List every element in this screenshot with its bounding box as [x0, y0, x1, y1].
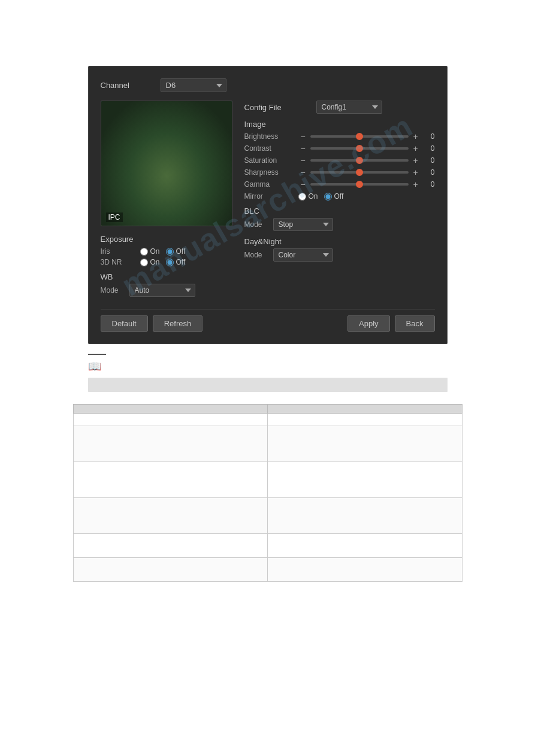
- content-area: IPC Exposure Iris On Off: [101, 101, 435, 297]
- mirror-row: Mirror On Off: [244, 192, 435, 201]
- 3dnr-label: 3D NR: [101, 258, 137, 266]
- table-cell: [268, 498, 463, 534]
- 3dnr-on-text: On: [150, 258, 160, 266]
- saturation-minus[interactable]: −: [298, 156, 308, 165]
- default-button[interactable]: Default: [101, 315, 148, 332]
- wb-select-row: Mode Auto Manual Indoor Outdoor: [101, 284, 232, 297]
- image-section-title: Image: [244, 120, 435, 129]
- note-divider: [88, 354, 106, 355]
- iris-on-text: On: [150, 247, 160, 256]
- mirror-off-label[interactable]: Off: [324, 192, 344, 201]
- blc-mode-select[interactable]: Stop BLC WDR HLC: [273, 218, 333, 231]
- mirror-on-text: On: [309, 192, 318, 201]
- video-label: IPC: [106, 212, 123, 222]
- table-cell: [268, 558, 463, 582]
- saturation-label: Saturation: [244, 156, 298, 165]
- iris-on-label[interactable]: On: [140, 247, 160, 256]
- gamma-row: Gamma − + 0: [244, 180, 435, 189]
- table-cell: [268, 534, 463, 558]
- 3dnr-on-label[interactable]: On: [140, 258, 160, 266]
- saturation-controls: − + 0: [298, 156, 435, 165]
- brightness-track[interactable]: [310, 135, 409, 138]
- contrast-controls: − + 0: [298, 144, 435, 153]
- gamma-value: 0: [423, 180, 435, 189]
- refresh-button[interactable]: Refresh: [153, 315, 203, 332]
- saturation-thumb: [356, 157, 363, 164]
- contrast-minus[interactable]: −: [298, 144, 308, 153]
- table-row: [73, 534, 462, 558]
- right-side: Config File Config1 Config2 Config3 Conf…: [244, 101, 435, 297]
- channel-label: Channel: [101, 81, 161, 90]
- channel-select[interactable]: D6 D1 D2 D3: [161, 78, 226, 92]
- gamma-track[interactable]: [310, 183, 409, 186]
- back-button[interactable]: Back: [395, 315, 435, 332]
- brightness-minus[interactable]: −: [298, 132, 308, 141]
- sharpness-minus[interactable]: −: [298, 168, 308, 177]
- left-side: IPC Exposure Iris On Off: [101, 101, 232, 297]
- daynight-label: Day&Night: [244, 237, 435, 246]
- wb-label: WB: [101, 272, 232, 281]
- saturation-value: 0: [423, 156, 435, 165]
- mirror-on-label[interactable]: On: [298, 192, 318, 201]
- exposure-title: Exposure: [101, 235, 232, 244]
- sharpness-thumb: [356, 169, 363, 176]
- gamma-minus[interactable]: −: [298, 180, 308, 189]
- daynight-mode-select[interactable]: Color B/W Auto: [273, 248, 333, 262]
- bottom-buttons: Default Refresh Apply Back: [101, 309, 435, 332]
- iris-off-label[interactable]: Off: [166, 247, 186, 256]
- table-cell: [73, 462, 268, 498]
- 3dnr-off-radio[interactable]: [166, 259, 174, 266]
- 3dnr-row: 3D NR On Off: [101, 258, 232, 266]
- gamma-label: Gamma: [244, 180, 298, 189]
- wb-mode-select[interactable]: Auto Manual Indoor Outdoor: [129, 284, 195, 297]
- blc-row: Mode Stop BLC WDR HLC: [244, 218, 435, 231]
- iris-row: Iris On Off: [101, 247, 232, 256]
- table-row: [73, 462, 462, 498]
- brightness-label: Brightness: [244, 132, 298, 141]
- table-cell: [73, 534, 268, 558]
- mirror-radio-group: On Off: [298, 192, 344, 201]
- sharpness-value: 0: [423, 168, 435, 177]
- channel-row: Channel D6 D1 D2 D3: [101, 78, 435, 92]
- wb-section: WB Mode Auto Manual Indoor Outdoor: [101, 272, 232, 297]
- iris-on-radio[interactable]: [140, 248, 148, 256]
- iris-off-radio[interactable]: [166, 248, 174, 256]
- table-cell: [73, 558, 268, 582]
- table-cell: [73, 498, 268, 534]
- daynight-section: Day&Night Mode Color B/W Auto: [244, 237, 435, 262]
- contrast-track[interactable]: [310, 147, 409, 150]
- camera-settings-panel: manualsarchive.com Channel D6 D1 D2 D3 I…: [88, 66, 448, 344]
- daynight-mode-label: Mode: [244, 251, 268, 259]
- apply-button[interactable]: Apply: [347, 315, 390, 332]
- saturation-row: Saturation − + 0: [244, 156, 435, 165]
- book-icon: 📖: [88, 360, 448, 373]
- sharpness-track[interactable]: [310, 171, 409, 174]
- mirror-off-radio[interactable]: [324, 193, 332, 201]
- sharpness-plus[interactable]: +: [411, 168, 421, 177]
- col1-header: [73, 405, 268, 414]
- table-cell: [268, 426, 463, 462]
- brightness-plus[interactable]: +: [411, 132, 421, 141]
- brightness-thumb: [356, 133, 363, 140]
- brightness-row: Brightness − + 0: [244, 132, 435, 141]
- 3dnr-off-label[interactable]: Off: [166, 258, 186, 266]
- config-file-select[interactable]: Config1 Config2 Config3 Config4: [316, 101, 382, 114]
- mirror-label: Mirror: [244, 192, 298, 201]
- contrast-plus[interactable]: +: [411, 144, 421, 153]
- col2-header: [268, 405, 463, 414]
- contrast-value: 0: [423, 144, 435, 153]
- 3dnr-on-radio[interactable]: [140, 259, 148, 266]
- table-row: [73, 426, 462, 462]
- brightness-value: 0: [423, 132, 435, 141]
- brightness-controls: − + 0: [298, 132, 435, 141]
- mirror-on-radio[interactable]: [298, 193, 306, 201]
- note-bar: [88, 378, 448, 392]
- gamma-plus[interactable]: +: [411, 180, 421, 189]
- config-file-label: Config File: [244, 103, 316, 112]
- sharpness-row: Sharpness − + 0: [244, 168, 435, 177]
- config-file-row: Config File Config1 Config2 Config3 Conf…: [244, 101, 435, 114]
- parameters-table: [73, 404, 463, 582]
- saturation-plus[interactable]: +: [411, 156, 421, 165]
- saturation-track[interactable]: [310, 159, 409, 162]
- contrast-thumb: [356, 145, 363, 152]
